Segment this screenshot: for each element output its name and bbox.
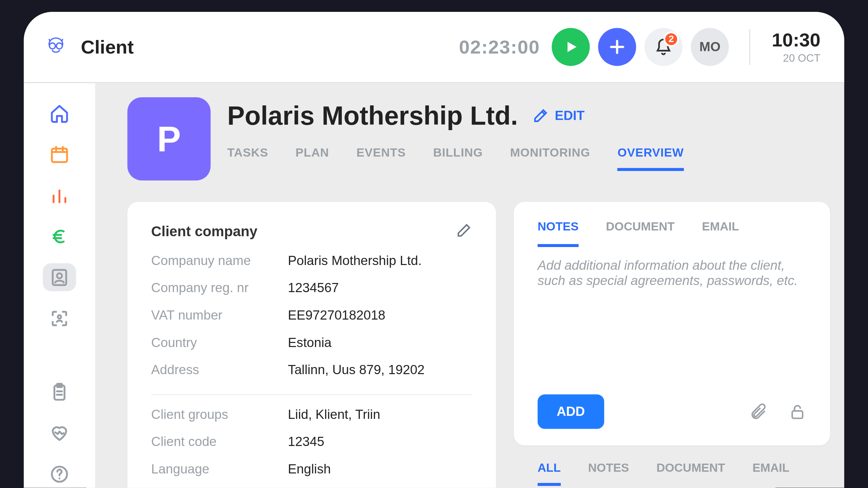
clock-time: 10:30 [772, 29, 821, 51]
nav-home[interactable] [43, 100, 76, 128]
label-country: Country [151, 335, 288, 351]
edit-icon [532, 107, 549, 124]
label-code: Client code [151, 434, 288, 450]
top-bar: Client 02:23:00 2 MO 10:30 20 OCT [24, 12, 844, 83]
notifications-button[interactable]: 2 [645, 28, 683, 66]
page-title: Client [81, 36, 134, 58]
client-header: P Polaris Mothership Ltd. EDIT TASKS PLA… [127, 98, 830, 181]
nav-help[interactable] [43, 460, 76, 488]
svg-point-5 [58, 315, 61, 318]
sidebar [24, 83, 95, 488]
value-address: Tallinn, Uus 879, 19202 [288, 363, 425, 378]
client-avatar: P [127, 98, 210, 181]
nav-clipboard[interactable] [43, 378, 76, 406]
note-input[interactable]: Add additional information about the cli… [514, 247, 830, 384]
add-note-button[interactable]: ADD [537, 394, 604, 429]
clock: 10:30 20 OCT [749, 29, 821, 65]
label-address: Address [151, 363, 288, 378]
label-reg: Company reg. nr [151, 281, 288, 296]
subtab-document[interactable]: DOCUMENT [606, 209, 675, 247]
svg-point-0 [50, 43, 56, 49]
nav-billing[interactable] [43, 223, 76, 250]
company-card-title: Client company [151, 223, 257, 240]
attachment-icon[interactable] [749, 403, 767, 421]
nav-heart[interactable] [43, 419, 76, 447]
svg-point-1 [56, 43, 62, 49]
client-name: Polaris Mothership Ltd. [227, 101, 518, 131]
tab-overview[interactable]: OVERVIEW [617, 146, 684, 171]
user-avatar[interactable]: MO [691, 28, 729, 66]
feed-filters: ALL NOTES DOCUMENT EMAIL [514, 446, 830, 486]
nav-analytics[interactable] [43, 182, 76, 209]
edit-label: EDIT [555, 108, 585, 124]
label-vat: VAT number [151, 308, 288, 323]
tab-billing[interactable]: BILLING [433, 146, 482, 171]
value-reg: 1234567 [288, 281, 339, 296]
clock-date: 20 OCT [772, 52, 821, 65]
svg-point-4 [57, 273, 62, 278]
label-lang: Language [151, 462, 288, 477]
lock-icon[interactable] [788, 403, 806, 421]
create-button[interactable] [598, 28, 636, 66]
company-card: Client company Companuy namePolaris Moth… [127, 202, 496, 488]
tab-tasks[interactable]: TASKS [227, 146, 268, 171]
notes-tabs: NOTES DOCUMENT EMAIL [514, 202, 830, 247]
edit-company-button[interactable] [455, 222, 472, 241]
label-company-name: Companuy name [151, 253, 288, 269]
app-logo [42, 33, 70, 61]
tab-plan[interactable]: PLAN [295, 146, 329, 171]
subtab-email[interactable]: EMAIL [702, 209, 739, 247]
main-content: P Polaris Mothership Ltd. EDIT TASKS PLA… [95, 83, 844, 488]
value-lang: English [288, 462, 331, 477]
value-company-name: Polaris Mothership Ltd. [288, 253, 422, 269]
filter-all[interactable]: ALL [537, 461, 560, 486]
value-code: 12345 [288, 434, 324, 450]
nav-calendar[interactable] [43, 141, 76, 168]
nav-clients[interactable] [43, 264, 76, 291]
pencil-icon [455, 222, 472, 239]
svg-rect-13 [792, 411, 803, 419]
client-tabs: TASKS PLAN EVENTS BILLING MONITORING OVE… [227, 146, 684, 171]
value-vat: EE97270182018 [288, 308, 385, 323]
filter-email[interactable]: EMAIL [752, 461, 789, 486]
label-groups: Client groups [151, 407, 288, 423]
edit-client-button[interactable]: EDIT [532, 107, 585, 124]
tab-events[interactable]: EVENTS [356, 146, 406, 171]
timer-display: 02:23:00 [459, 36, 540, 58]
value-groups: Liid, Klient, Triin [288, 407, 380, 423]
notes-card: NOTES DOCUMENT EMAIL Add additional info… [514, 202, 830, 446]
svg-rect-2 [52, 149, 67, 162]
subtab-notes[interactable]: NOTES [537, 209, 578, 247]
tab-monitoring[interactable]: MONITORING [510, 146, 590, 171]
filter-document[interactable]: DOCUMENT [656, 461, 725, 486]
notification-badge: 2 [664, 32, 679, 47]
filter-notes[interactable]: NOTES [588, 461, 629, 486]
play-button[interactable] [552, 28, 590, 66]
nav-scan[interactable] [43, 304, 76, 332]
value-country: Estonia [288, 335, 332, 351]
